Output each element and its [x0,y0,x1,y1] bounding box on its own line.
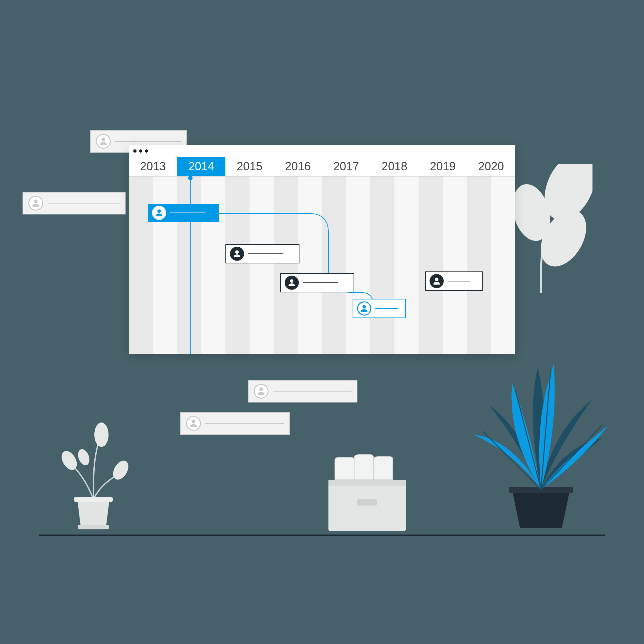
timeline-entry[interactable] [148,204,219,222]
year-tab-2017[interactable]: 2017 [322,157,370,176]
timeline-canvas [129,176,515,354]
file-box-illustration [322,451,412,535]
timeline-entry[interactable] [225,244,299,263]
person-icon [186,416,201,431]
svg-point-3 [94,422,109,447]
svg-point-5 [110,458,132,482]
window-control-dot[interactable] [133,149,137,153]
person-icon [357,301,371,316]
window-control-dot[interactable] [139,149,142,153]
svg-point-4 [59,448,80,472]
plant-large-illustration [464,328,612,535]
person-icon [96,134,111,149]
ghost-card [248,380,357,403]
window-titlebar [129,145,515,157]
year-tab-bar: 2013 2014 2015 2016 2017 2018 2019 2020 [129,157,515,176]
svg-rect-11 [357,499,377,506]
window-control-dot[interactable] [145,149,148,153]
year-tab-2020[interactable]: 2020 [467,157,515,176]
svg-rect-8 [78,525,109,529]
svg-rect-10 [328,480,406,486]
year-tab-2015[interactable]: 2015 [225,157,274,176]
timeline-entry[interactable] [353,299,406,318]
person-icon [152,206,166,220]
timeline-entry[interactable] [425,271,483,291]
svg-point-6 [76,448,91,467]
year-tab-2013[interactable]: 2013 [129,157,177,176]
plant-small-illustration [52,419,135,535]
timeline-window: 2013 2014 2015 2016 2017 2018 2019 2020 [129,145,515,354]
person-icon [285,276,299,290]
ghost-card [180,412,290,435]
floor-line [39,535,605,536]
year-tab-2016[interactable]: 2016 [274,157,322,176]
ghost-card [23,192,126,214]
year-tab-2019[interactable]: 2019 [419,157,467,176]
person-icon [430,274,444,288]
year-tab-2018[interactable]: 2018 [370,157,419,176]
timeline-playhead[interactable] [190,176,191,354]
person-icon [28,196,43,211]
svg-rect-7 [74,497,113,502]
timeline-entry[interactable] [280,273,354,292]
person-icon [254,384,269,399]
person-icon [230,247,244,261]
year-tab-2014[interactable]: 2014 [177,157,225,176]
